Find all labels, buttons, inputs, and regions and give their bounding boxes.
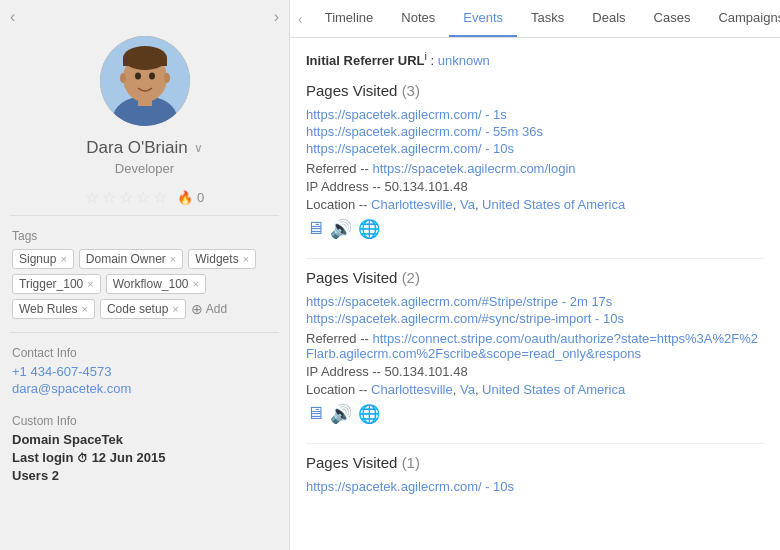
content-area: Initial Referrer URLi : unknown Pages Vi…: [290, 38, 780, 550]
custom-info-section: Custom Info Domain SpaceTek Last login ⏱…: [0, 406, 289, 494]
right-panel: ‹ Timeline Notes Events Tasks Deals Case…: [290, 0, 780, 550]
pages-title-label-3: Pages Visited: [306, 454, 397, 471]
svg-point-9: [120, 73, 126, 83]
email-link[interactable]: dara@spacetek.com: [12, 381, 131, 396]
audio-icon-2: 🔊: [330, 403, 352, 425]
desktop-icon-1: 🖥: [306, 218, 324, 240]
chevron-down-icon[interactable]: ∨: [194, 141, 203, 155]
contact-info-section: Contact Info +1 434-607-4573 dara@spacet…: [0, 338, 289, 406]
contact-role: Developer: [0, 161, 289, 176]
users-row: Users 2: [12, 468, 277, 483]
tag-widgets-remove[interactable]: ×: [243, 253, 249, 265]
domain-label: Domain: [12, 432, 60, 447]
page-link-1-3[interactable]: https://spacetek.agilecrm.com/ - 10s: [306, 141, 764, 156]
add-tag-label: Add: [206, 302, 227, 316]
tag-domain-owner-remove[interactable]: ×: [170, 253, 176, 265]
location-prefix-2: Location --: [306, 382, 367, 397]
star-4[interactable]: ☆: [136, 188, 150, 207]
location-line-2: Location -- Charlottesville, Va, United …: [306, 382, 764, 397]
svg-point-8: [149, 73, 155, 80]
tag-workflow-remove[interactable]: ×: [193, 278, 199, 290]
pages-count-1: (3): [402, 82, 420, 99]
next-contact-button[interactable]: ›: [274, 8, 279, 26]
star-2[interactable]: ☆: [102, 188, 116, 207]
audio-icon-1: 🔊: [330, 218, 352, 240]
referrer-value[interactable]: unknown: [438, 53, 490, 68]
users-value: 2: [52, 468, 59, 483]
location-country-2[interactable]: United States of America: [482, 382, 625, 397]
divider-1: [10, 215, 279, 216]
page-link-2-2[interactable]: https://spacetek.agilecrm.com/#sync/stri…: [306, 311, 764, 326]
star-5[interactable]: ☆: [153, 188, 167, 207]
fire-score: 0: [197, 190, 204, 205]
avatar-container: [0, 36, 289, 126]
referred-prefix-1: Referred --: [306, 161, 369, 176]
referrer-colon: :: [427, 53, 438, 68]
tab-cases[interactable]: Cases: [640, 0, 705, 37]
page-link-1-1[interactable]: https://spacetek.agilecrm.com/ - 1s: [306, 107, 764, 122]
domain-value: SpaceTek: [63, 432, 123, 447]
pages-section-2: Pages Visited (2) https://spacetek.agile…: [306, 269, 764, 425]
tab-notes[interactable]: Notes: [387, 0, 449, 37]
pages-title-label-2: Pages Visited: [306, 269, 397, 286]
referred-line-2: Referred -- https://connect.stripe.com/o…: [306, 331, 764, 361]
contact-info-label: Contact Info: [12, 346, 277, 360]
tag-code-setup: Code setup ×: [100, 299, 186, 319]
phone-link[interactable]: +1 434-607-4573: [12, 364, 111, 379]
tab-campaigns[interactable]: Campaigns: [704, 0, 780, 37]
tag-trigger: Trigger_100 ×: [12, 274, 101, 294]
ip-line-2: IP Address -- 50.134.101.48: [306, 364, 764, 379]
tab-tasks[interactable]: Tasks: [517, 0, 578, 37]
globe-icon-2: 🌐: [358, 403, 380, 425]
tab-events[interactable]: Events: [449, 0, 517, 37]
tab-prev-button[interactable]: ‹: [290, 1, 311, 37]
pages-title-1: Pages Visited (3): [306, 82, 764, 99]
last-login-label: Last login: [12, 450, 73, 465]
location-city-1[interactable]: Charlottesville: [371, 197, 453, 212]
tags-label: Tags: [12, 229, 277, 243]
page-link-1-2[interactable]: https://spacetek.agilecrm.com/ - 55m 36s: [306, 124, 764, 139]
referred-url-1[interactable]: https://spacetek.agilecrm.com/login: [372, 161, 575, 176]
tags-container: Signup × Domain Owner × Widgets × Trigge…: [12, 249, 277, 319]
tab-timeline[interactable]: Timeline: [311, 0, 388, 37]
last-login-value: 12 Jun 2015: [92, 450, 166, 465]
left-panel: ‹ ›: [0, 0, 290, 550]
referrer-label: Initial Referrer URL: [306, 53, 424, 68]
device-icons-1: 🖥 🔊 🌐: [306, 218, 764, 240]
location-line-1: Location -- Charlottesville, Va, United …: [306, 197, 764, 212]
section-divider-2: [306, 443, 764, 444]
add-tag-button[interactable]: ⊕ Add: [191, 299, 227, 319]
referred-url-2[interactable]: https://connect.stripe.com/oauth/authori…: [306, 331, 758, 361]
clock-icon: ⏱: [77, 452, 88, 464]
tag-trigger-remove[interactable]: ×: [87, 278, 93, 290]
domain-row: Domain SpaceTek: [12, 432, 277, 447]
location-city-2[interactable]: Charlottesville: [371, 382, 453, 397]
star-3[interactable]: ☆: [119, 188, 133, 207]
pages-section-3: Pages Visited (1) https://spacetek.agile…: [306, 454, 764, 494]
location-state-2[interactable]: Va: [460, 382, 475, 397]
star-1[interactable]: ☆: [85, 188, 99, 207]
tag-web-rules-remove[interactable]: ×: [81, 303, 87, 315]
users-label: Users: [12, 468, 48, 483]
fire-icon: 🔥: [177, 190, 193, 205]
page-link-3-1[interactable]: https://spacetek.agilecrm.com/ - 10s: [306, 479, 764, 494]
tag-code-setup-remove[interactable]: ×: [172, 303, 178, 315]
tab-deals[interactable]: Deals: [578, 0, 639, 37]
last-login-row: Last login ⏱ 12 Jun 2015: [12, 450, 277, 465]
pages-count-3: (1): [402, 454, 420, 471]
tag-signup-remove[interactable]: ×: [60, 253, 66, 265]
page-link-2-1[interactable]: https://spacetek.agilecrm.com/#Stripe/st…: [306, 294, 764, 309]
location-country-1[interactable]: United States of America: [482, 197, 625, 212]
divider-2: [10, 332, 279, 333]
ip-line-1: IP Address -- 50.134.101.48: [306, 179, 764, 194]
plus-icon: ⊕: [191, 301, 203, 317]
prev-contact-button[interactable]: ‹: [10, 8, 15, 26]
pages-count-2: (2): [402, 269, 420, 286]
tabs-bar: ‹ Timeline Notes Events Tasks Deals Case…: [290, 0, 780, 38]
svg-point-7: [135, 73, 141, 80]
globe-icon-1: 🌐: [358, 218, 380, 240]
location-state-1[interactable]: Va: [460, 197, 475, 212]
pages-title-3: Pages Visited (1): [306, 454, 764, 471]
location-prefix-1: Location --: [306, 197, 367, 212]
star-rating[interactable]: ☆ ☆ ☆ ☆ ☆: [85, 188, 167, 207]
